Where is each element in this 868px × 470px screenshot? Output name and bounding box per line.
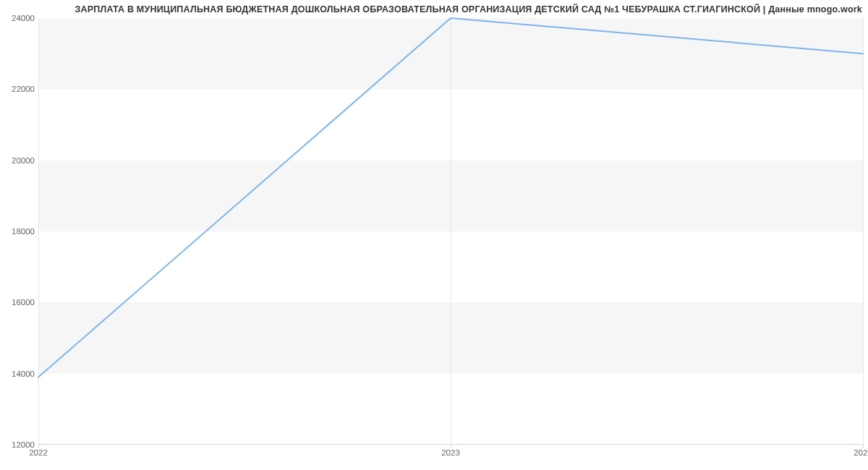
x-tick-mark <box>38 445 39 448</box>
y-tick-label: 18000 <box>2 227 35 236</box>
x-tick-mark <box>863 445 864 448</box>
data-line <box>38 18 863 377</box>
plot-area <box>38 18 863 445</box>
y-tick-label: 22000 <box>2 85 35 93</box>
x-tick-mark <box>451 445 451 448</box>
x-tick-label: 2023 <box>441 448 460 457</box>
y-tick-label: 20000 <box>2 156 35 165</box>
x-tick-label: 2022 <box>29 448 48 457</box>
chart-title: ЗАРПЛАТА В МУНИЦИПАЛЬНАЯ БЮДЖЕТНАЯ ДОШКО… <box>75 4 862 14</box>
grid-line-vertical <box>863 18 864 445</box>
y-tick-label: 24000 <box>2 14 35 22</box>
y-tick-label: 14000 <box>2 369 35 378</box>
x-tick-label: 2024 <box>854 448 868 457</box>
y-tick-label: 16000 <box>2 298 35 307</box>
line-chart-svg <box>38 18 863 445</box>
